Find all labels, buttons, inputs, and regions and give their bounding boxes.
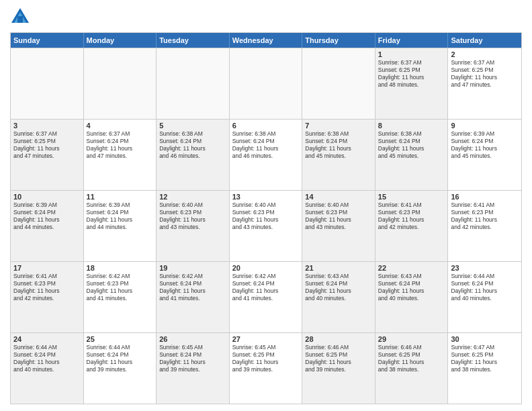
day-number: 24 <box>13 335 81 343</box>
day-number: 2 <box>451 50 519 58</box>
day-number: 25 <box>87 335 154 343</box>
day-info: Sunrise: 6:39 AM Sunset: 6:24 PM Dayligh… <box>13 201 81 231</box>
day-number: 11 <box>87 193 154 201</box>
calendar-cell: 30Sunrise: 6:47 AM Sunset: 6:25 PM Dayli… <box>448 333 521 404</box>
day-number: 19 <box>159 264 226 272</box>
calendar-cell: 23Sunrise: 6:44 AM Sunset: 6:24 PM Dayli… <box>448 262 521 332</box>
day-number: 7 <box>305 122 372 130</box>
calendar-cell: 5Sunrise: 6:38 AM Sunset: 6:24 PM Daylig… <box>157 120 230 190</box>
calendar-cell: 7Sunrise: 6:38 AM Sunset: 6:24 PM Daylig… <box>302 120 375 190</box>
day-info: Sunrise: 6:46 AM Sunset: 6:25 PM Dayligh… <box>305 344 372 373</box>
day-info: Sunrise: 6:46 AM Sunset: 6:25 PM Dayligh… <box>378 344 445 373</box>
calendar-cell: 21Sunrise: 6:43 AM Sunset: 6:24 PM Dayli… <box>302 262 375 332</box>
day-number: 8 <box>378 122 445 130</box>
day-info: Sunrise: 6:43 AM Sunset: 6:24 PM Dayligh… <box>378 273 445 302</box>
calendar-cell: 9Sunrise: 6:39 AM Sunset: 6:24 PM Daylig… <box>448 120 521 190</box>
day-info: Sunrise: 6:39 AM Sunset: 6:24 PM Dayligh… <box>451 130 519 160</box>
day-info: Sunrise: 6:38 AM Sunset: 6:24 PM Dayligh… <box>305 130 372 160</box>
calendar-row: 1Sunrise: 6:37 AM Sunset: 6:25 PM Daylig… <box>11 48 521 119</box>
calendar-cell <box>84 48 157 119</box>
day-info: Sunrise: 6:37 AM Sunset: 6:24 PM Dayligh… <box>87 130 154 160</box>
calendar-cell: 26Sunrise: 6:45 AM Sunset: 6:24 PM Dayli… <box>157 333 230 404</box>
calendar-body: 1Sunrise: 6:37 AM Sunset: 6:25 PM Daylig… <box>11 48 521 404</box>
day-info: Sunrise: 6:42 AM Sunset: 6:23 PM Dayligh… <box>87 273 154 302</box>
calendar-cell: 15Sunrise: 6:41 AM Sunset: 6:23 PM Dayli… <box>375 191 449 261</box>
day-info: Sunrise: 6:41 AM Sunset: 6:23 PM Dayligh… <box>378 201 445 231</box>
day-info: Sunrise: 6:37 AM Sunset: 6:25 PM Dayligh… <box>378 59 445 89</box>
day-number: 16 <box>451 193 519 201</box>
calendar-cell: 24Sunrise: 6:44 AM Sunset: 6:24 PM Dayli… <box>11 333 84 404</box>
day-info: Sunrise: 6:44 AM Sunset: 6:24 PM Dayligh… <box>451 273 519 302</box>
day-info: Sunrise: 6:44 AM Sunset: 6:24 PM Dayligh… <box>13 344 81 373</box>
day-info: Sunrise: 6:38 AM Sunset: 6:24 PM Dayligh… <box>159 130 226 160</box>
day-info: Sunrise: 6:37 AM Sunset: 6:25 PM Dayligh… <box>13 130 81 160</box>
calendar-header-cell: Friday <box>375 33 449 48</box>
calendar-cell: 22Sunrise: 6:43 AM Sunset: 6:24 PM Dayli… <box>375 262 449 332</box>
calendar-cell: 11Sunrise: 6:39 AM Sunset: 6:24 PM Dayli… <box>84 191 157 261</box>
day-number: 6 <box>232 122 300 130</box>
day-info: Sunrise: 6:45 AM Sunset: 6:25 PM Dayligh… <box>232 344 300 373</box>
day-info: Sunrise: 6:42 AM Sunset: 6:24 PM Dayligh… <box>232 273 300 302</box>
day-number: 27 <box>232 335 300 343</box>
day-info: Sunrise: 6:45 AM Sunset: 6:24 PM Dayligh… <box>159 344 226 373</box>
calendar-cell: 29Sunrise: 6:46 AM Sunset: 6:25 PM Dayli… <box>375 333 449 404</box>
day-number: 22 <box>378 264 445 272</box>
calendar-header-cell: Saturday <box>448 33 521 48</box>
calendar-cell: 19Sunrise: 6:42 AM Sunset: 6:24 PM Dayli… <box>157 262 230 332</box>
calendar-cell: 3Sunrise: 6:37 AM Sunset: 6:25 PM Daylig… <box>11 120 84 190</box>
calendar-row: 10Sunrise: 6:39 AM Sunset: 6:24 PM Dayli… <box>11 190 521 261</box>
calendar-cell: 1Sunrise: 6:37 AM Sunset: 6:25 PM Daylig… <box>375 48 449 119</box>
calendar-cell: 4Sunrise: 6:37 AM Sunset: 6:24 PM Daylig… <box>84 120 157 190</box>
day-info: Sunrise: 6:43 AM Sunset: 6:24 PM Dayligh… <box>305 273 372 302</box>
calendar-cell: 20Sunrise: 6:42 AM Sunset: 6:24 PM Dayli… <box>230 262 303 332</box>
day-info: Sunrise: 6:42 AM Sunset: 6:24 PM Dayligh… <box>159 273 226 302</box>
day-number: 28 <box>305 335 372 343</box>
calendar-cell: 18Sunrise: 6:42 AM Sunset: 6:23 PM Dayli… <box>84 262 157 332</box>
calendar-header: SundayMondayTuesdayWednesdayThursdayFrid… <box>11 33 521 48</box>
calendar-cell <box>157 48 230 119</box>
calendar-cell: 2Sunrise: 6:37 AM Sunset: 6:25 PM Daylig… <box>448 48 521 119</box>
calendar-header-cell: Monday <box>84 33 157 48</box>
day-number: 3 <box>13 122 81 130</box>
calendar-cell: 27Sunrise: 6:45 AM Sunset: 6:25 PM Dayli… <box>230 333 303 404</box>
calendar-cell: 14Sunrise: 6:40 AM Sunset: 6:23 PM Dayli… <box>302 191 375 261</box>
calendar-cell: 13Sunrise: 6:40 AM Sunset: 6:23 PM Dayli… <box>230 191 303 261</box>
day-number: 12 <box>159 193 226 201</box>
calendar-header-cell: Sunday <box>11 33 84 48</box>
day-info: Sunrise: 6:41 AM Sunset: 6:23 PM Dayligh… <box>451 201 519 231</box>
calendar-row: 24Sunrise: 6:44 AM Sunset: 6:24 PM Dayli… <box>11 332 521 404</box>
day-number: 30 <box>451 335 519 343</box>
calendar-cell: 16Sunrise: 6:41 AM Sunset: 6:23 PM Dayli… <box>448 191 521 261</box>
day-number: 20 <box>232 264 300 272</box>
calendar-cell <box>302 48 375 119</box>
day-number: 1 <box>378 50 445 58</box>
calendar-row: 17Sunrise: 6:41 AM Sunset: 6:23 PM Dayli… <box>11 261 521 332</box>
calendar-cell: 17Sunrise: 6:41 AM Sunset: 6:23 PM Dayli… <box>11 262 84 332</box>
calendar: SundayMondayTuesdayWednesdayThursdayFrid… <box>10 32 522 404</box>
day-info: Sunrise: 6:39 AM Sunset: 6:24 PM Dayligh… <box>87 201 154 231</box>
calendar-header-cell: Tuesday <box>157 33 230 48</box>
day-number: 29 <box>378 335 445 343</box>
calendar-cell: 25Sunrise: 6:44 AM Sunset: 6:24 PM Dayli… <box>84 333 157 404</box>
day-number: 4 <box>87 122 154 130</box>
calendar-cell: 28Sunrise: 6:46 AM Sunset: 6:25 PM Dayli… <box>302 333 375 404</box>
day-info: Sunrise: 6:38 AM Sunset: 6:24 PM Dayligh… <box>378 130 445 160</box>
calendar-cell <box>11 48 84 119</box>
day-number: 15 <box>378 193 445 201</box>
calendar-header-cell: Wednesday <box>230 33 303 48</box>
logo-icon <box>10 7 30 27</box>
day-info: Sunrise: 6:38 AM Sunset: 6:24 PM Dayligh… <box>232 130 300 160</box>
day-number: 26 <box>159 335 226 343</box>
day-info: Sunrise: 6:47 AM Sunset: 6:25 PM Dayligh… <box>451 344 519 373</box>
day-number: 13 <box>232 193 300 201</box>
day-info: Sunrise: 6:44 AM Sunset: 6:24 PM Dayligh… <box>87 344 154 373</box>
calendar-cell: 10Sunrise: 6:39 AM Sunset: 6:24 PM Dayli… <box>11 191 84 261</box>
calendar-cell <box>230 48 303 119</box>
logo <box>10 7 33 27</box>
day-info: Sunrise: 6:37 AM Sunset: 6:25 PM Dayligh… <box>451 59 519 89</box>
svg-rect-2 <box>17 16 23 23</box>
calendar-cell: 12Sunrise: 6:40 AM Sunset: 6:23 PM Dayli… <box>157 191 230 261</box>
page: SundayMondayTuesdayWednesdayThursdayFrid… <box>0 0 532 411</box>
day-info: Sunrise: 6:40 AM Sunset: 6:23 PM Dayligh… <box>159 201 226 231</box>
day-number: 14 <box>305 193 372 201</box>
